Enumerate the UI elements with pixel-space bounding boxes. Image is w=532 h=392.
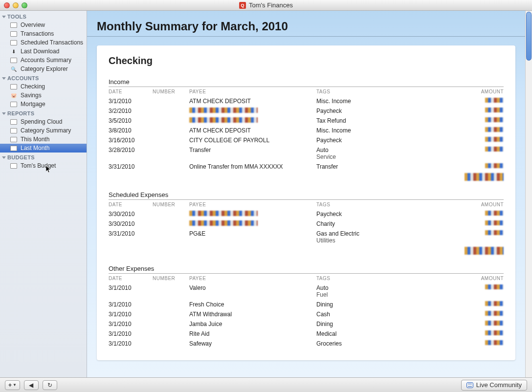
table-row[interactable]: 3/1/2010ATM WithdrawalCash	[109, 309, 504, 319]
tag-value: Fuel	[316, 291, 460, 298]
cell-date: 3/1/2010	[109, 96, 153, 106]
total-row	[109, 245, 504, 256]
sidebar-item-mortgage[interactable]: Mortgage	[0, 100, 87, 109]
scrollbar-track[interactable]	[525, 11, 532, 377]
obscured-total	[465, 173, 504, 181]
obscured-total	[465, 247, 504, 255]
cell-tags: Paycheck	[316, 209, 460, 219]
obscured-value	[485, 340, 504, 345]
tag-value: Paycheck	[316, 108, 460, 114]
obscured-value	[485, 311, 504, 316]
sidebar-section-header[interactable]: REPORTS	[0, 109, 87, 117]
cell-tags: Tax Refund	[316, 116, 460, 126]
cell-date: 3/1/2010	[109, 319, 153, 329]
table-row[interactable]: 3/1/2010ATM CHECK DEPOSITMisc. Income	[109, 96, 504, 106]
table-row[interactable]: 3/16/2010CITY COLLEGE OF PAYROLLPaycheck	[109, 135, 504, 145]
sidebar-item-tom-s-budget[interactable]: Tom's Budget	[0, 161, 87, 170]
table-row[interactable]: 3/2/2010Paycheck	[109, 106, 504, 116]
cell-number	[153, 300, 189, 309]
sidebar-item-scheduled-transactions[interactable]: Scheduled Transactions	[0, 38, 87, 47]
sidebar-item-category-explorer[interactable]: 🔍Category Explorer	[0, 65, 87, 73]
obscured-value	[485, 230, 504, 235]
sidebar-item-last-month[interactable]: Last Month	[0, 144, 87, 152]
cell-amount	[460, 329, 504, 339]
obscured-value	[485, 301, 504, 306]
cell-total	[460, 172, 504, 182]
cell-date: 3/16/2010	[109, 135, 153, 145]
table-row[interactable]: 3/28/2010TransferAutoService	[109, 145, 504, 162]
sidebar-item-checking[interactable]: Checking	[0, 82, 87, 91]
live-community-button[interactable]: Live Community	[461, 380, 527, 391]
column-header-payee: PAYEE	[189, 274, 316, 283]
close-button[interactable]	[4, 2, 10, 8]
sidebar-section-header[interactable]: TOOLS	[0, 12, 87, 21]
refresh-button[interactable]: ↻	[43, 380, 57, 390]
table-row[interactable]: 3/1/2010SafewayGroceries	[109, 339, 504, 348]
table-row[interactable]: 3/30/2010Charity	[109, 219, 504, 229]
cell-amount	[460, 219, 504, 229]
sidebar-item-spending-cloud[interactable]: Spending Cloud	[0, 117, 87, 126]
page-title: Monthly Summary for March, 2010	[87, 11, 525, 37]
refresh-icon: ↻	[47, 382, 52, 389]
sidebar-item-last-download[interactable]: ⬇Last Download	[0, 47, 87, 56]
checking-icon	[10, 83, 18, 90]
cell-payee: Valero	[189, 283, 316, 300]
sidebar-item-savings[interactable]: 🐷Savings	[0, 91, 87, 100]
scrollbar-thumb[interactable]	[526, 12, 532, 61]
table-row[interactable]: 3/1/2010ValeroAutoFuel	[109, 283, 504, 300]
cell-number	[153, 126, 189, 135]
table-row[interactable]: 3/30/2010Paycheck	[109, 209, 504, 219]
content-pane: Monthly Summary for March, 2010 Checking…	[87, 11, 532, 377]
obscured-value	[485, 108, 504, 112]
savings-icon: 🐷	[10, 92, 18, 99]
disclosure-triangle-icon	[2, 77, 6, 80]
obscured-value	[189, 108, 258, 113]
cell-number	[153, 219, 189, 229]
column-header-payee: PAYEE	[189, 200, 316, 209]
table-row[interactable]: 3/31/2010PG&EGas and ElectricUtilities	[109, 229, 504, 245]
sidebar-item-accounts-summary[interactable]: Accounts Summary	[0, 56, 87, 65]
sidebar-item-transactions[interactable]: Transactions	[0, 29, 87, 38]
zoom-button[interactable]	[22, 2, 27, 8]
sidebar-item-label: Category Summary	[21, 127, 71, 134]
minimize-button[interactable]	[13, 2, 19, 8]
sidebar-item-label: Spending Cloud	[21, 118, 62, 125]
cell-tags: Medical	[316, 329, 460, 339]
sidebar-item-label: Savings	[21, 92, 42, 99]
cell-amount	[460, 96, 504, 106]
cell-payee: ATM CHECK DEPOSIT	[189, 96, 316, 106]
back-button[interactable]: ◀	[24, 380, 39, 390]
tag-value: Charity	[316, 220, 460, 227]
sidebar-section-header[interactable]: ACCOUNTS	[0, 73, 87, 82]
sidebar-section-header[interactable]: BUDGETS	[0, 152, 87, 161]
table-row[interactable]: 3/31/2010Online Transfer from MMA XXXXXX…	[109, 162, 504, 172]
cell-number	[153, 283, 189, 300]
sidebar-item-category-summary[interactable]: Category Summary	[0, 126, 87, 135]
obscured-value	[189, 117, 258, 123]
table-row[interactable]: 3/1/2010Fresh ChoiceDining	[109, 300, 504, 309]
table-row[interactable]: 3/5/2010Tax Refund	[109, 116, 504, 126]
add-button[interactable]: + ▼	[5, 380, 20, 390]
cell-tags: Transfer	[316, 162, 460, 172]
column-header-date: DATE	[109, 87, 153, 96]
sidebar-item-label: Overview	[21, 22, 45, 28]
tag-value: Paycheck	[316, 211, 460, 218]
tag-value: Auto	[316, 284, 460, 291]
column-header-date: DATE	[109, 274, 153, 283]
cell-amount	[460, 209, 504, 219]
sidebar-item-overview[interactable]: Overview	[0, 21, 87, 29]
table-row[interactable]: 3/1/2010Rite AidMedical	[109, 329, 504, 339]
chevron-down-icon: ▼	[13, 383, 17, 387]
scheduled-icon	[10, 39, 18, 46]
cell-tags: Groceries	[316, 339, 460, 348]
sidebar-item-this-month[interactable]: This Month	[0, 135, 87, 144]
table-row[interactable]: 3/8/2010ATM CHECK DEPOSITMisc. Income	[109, 126, 504, 135]
obscured-value	[485, 211, 504, 216]
table-row[interactable]: 3/1/2010Jamba JuiceDining	[109, 319, 504, 329]
cell-number	[153, 209, 189, 219]
tag-value: Transfer	[316, 163, 460, 170]
sidebar: TOOLSOverviewTransactionsScheduled Trans…	[0, 11, 87, 377]
column-header-date: DATE	[109, 200, 153, 209]
tag-value: Paycheck	[316, 137, 460, 144]
cell-payee: Rite Aid	[189, 329, 316, 339]
